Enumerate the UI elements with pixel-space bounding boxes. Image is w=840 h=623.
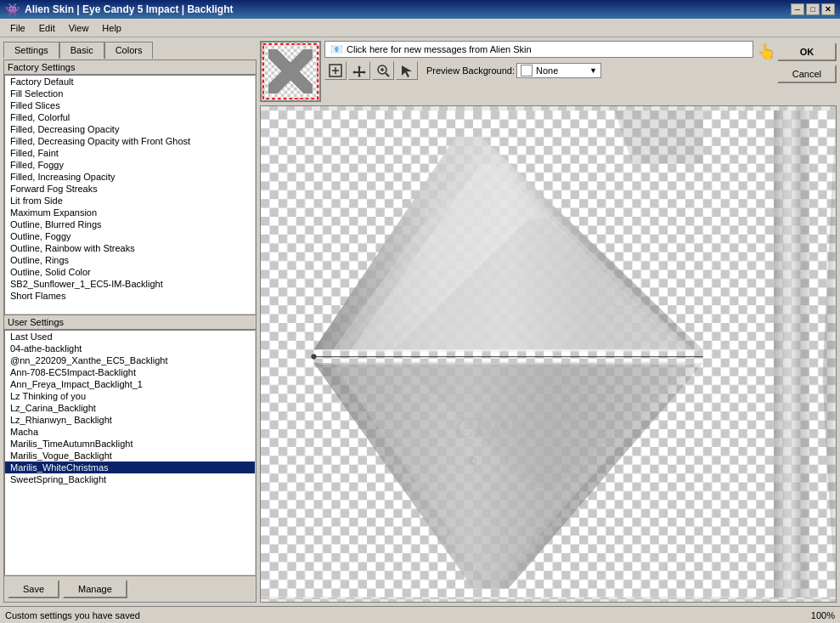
preview-bg-select[interactable]: None ▼ [516, 63, 601, 78]
factory-settings-list[interactable]: Factory Default Fill Selection Filled Sl… [4, 75, 256, 314]
zoom-level: 100% [811, 610, 835, 620]
list-item[interactable]: SB2_Sunflower_1_EC5-IM-Backlight [5, 278, 255, 290]
settings-panel: Factory Settings Factory Default Fill Se… [3, 59, 257, 603]
list-item-selected[interactable]: Marilis_WhiteChristmas 👆 [5, 462, 255, 473]
factory-settings-label: Factory Settings [8, 62, 75, 72]
left-panel: Settings Basic Colors Factory Settings F… [3, 41, 257, 603]
ok-cursor-icon: 👆 [757, 42, 775, 61]
menu-file[interactable]: File [3, 21, 32, 35]
menu-bar: File Edit View Help [0, 19, 840, 37]
list-item[interactable]: @nn_220209_Xanthe_EC5_Backlight [5, 354, 255, 366]
bottom-buttons: Save Manage [4, 575, 256, 602]
zoom-tool[interactable] [372, 61, 394, 80]
list-item[interactable]: Marilis_TimeAutumnBacklight [5, 438, 255, 450]
preview-bg-dropdown-icon[interactable]: ▼ [589, 66, 597, 75]
list-item[interactable]: Filled Slices [5, 99, 255, 111]
top-right-toolbar: 📧 Click here for new messages from Alien… [324, 41, 753, 102]
list-item[interactable]: Macha [5, 426, 255, 438]
list-item[interactable]: Outline, Blurred Rings [5, 218, 255, 230]
list-item[interactable]: Lz_Rhianwyn_ Backlight [5, 414, 255, 426]
tab-settings[interactable]: Settings [3, 42, 59, 59]
list-item[interactable]: Filled, Increasing Opacity [5, 171, 255, 183]
message-bar[interactable]: 📧 Click here for new messages from Alien… [324, 41, 753, 58]
right-top-area: 📧 Click here for new messages from Alien… [260, 41, 837, 102]
tab-basic[interactable]: Basic [59, 42, 104, 59]
svg-rect-4 [263, 44, 318, 99]
status-bar: Custom settings you have saved 100% [0, 606, 840, 623]
list-item[interactable]: Lz Thinking of you [5, 390, 255, 402]
title-text: Alien Skin | Eye Candy 5 Impact | Backli… [25, 3, 233, 15]
preview-bg-value: None [536, 65, 558, 76]
list-item[interactable]: Filled, Decreasing Opacity [5, 123, 255, 135]
cursor-hand-icon: 👆 [255, 460, 256, 476]
preview-thumbnail [260, 41, 321, 102]
user-settings-list[interactable]: Last Used 04-athe-backlight @nn_220209_X… [4, 330, 256, 575]
list-item[interactable]: Ann-708-EC5Impact-Backlight [5, 366, 255, 378]
list-item[interactable]: Marilis_Vogue_Backlight [5, 450, 255, 462]
list-item[interactable]: Factory Default [5, 76, 255, 88]
right-panel: 📧 Click here for new messages from Alien… [260, 41, 837, 603]
user-settings-section: User Settings Last Used 04-athe-backligh… [4, 315, 256, 602]
list-item[interactable]: Short Flames [5, 290, 255, 302]
save-button[interactable]: Save [8, 580, 59, 598]
user-settings-label: User Settings [8, 317, 64, 327]
list-item[interactable]: Filled, Decreasing Opacity with Front Gh… [5, 135, 255, 147]
menu-edit[interactable]: Edit [32, 21, 62, 35]
list-item[interactable]: Lz_Carina_Backlight [5, 402, 255, 414]
list-item[interactable]: Forward Fog Streaks [5, 183, 255, 195]
arrow-tool[interactable] [396, 61, 418, 80]
menu-help[interactable]: Help [95, 21, 128, 35]
svg-line-11 [386, 73, 389, 76]
list-item[interactable]: Outline, Foggy [5, 230, 255, 242]
toolbar-icons: Preview Background: None ▼ [324, 61, 753, 80]
svg-line-6 [269, 50, 311, 92]
list-item[interactable]: SweetSpring_Backlight [5, 473, 255, 485]
title-bar: 👾 Alien Skin | Eye Candy 5 Impact | Back… [0, 0, 840, 19]
factory-settings-header: Factory Settings [4, 60, 256, 75]
message-icon: 📧 [330, 43, 343, 55]
list-item[interactable]: Outline, Solid Color [5, 266, 255, 278]
ok-button[interactable]: OK [777, 42, 837, 61]
preview-bg-color-swatch [521, 65, 533, 76]
list-item[interactable]: Filled, Faint [5, 147, 255, 159]
zoom-fit-tool[interactable] [324, 61, 347, 80]
preview-area: CLAUDIA © [260, 105, 837, 603]
tab-colors[interactable]: Colors [104, 42, 154, 59]
list-item[interactable]: Fill Selection [5, 88, 255, 99]
tab-bar: Settings Basic Colors [3, 41, 257, 58]
svg-point-31 [311, 354, 316, 360]
status-message: Custom settings you have saved [5, 610, 140, 620]
thumbnail-svg [262, 41, 319, 102]
minimize-button[interactable]: ─ [791, 3, 804, 15]
maximize-button[interactable]: □ [806, 3, 820, 15]
pan-tool[interactable] [348, 61, 370, 80]
app-icon: 👾 [5, 3, 20, 16]
svg-line-5 [269, 50, 311, 92]
list-item[interactable]: Maximum Expansion [5, 207, 255, 218]
close-button[interactable]: ✕ [821, 3, 835, 15]
list-item[interactable]: Ann_Freya_Impact_Backlight_1 [5, 378, 255, 390]
list-item[interactable]: Lit from Side [5, 195, 255, 207]
preview-bg-label: Preview Background: [426, 65, 515, 76]
manage-button[interactable]: Manage [63, 580, 127, 598]
list-item[interactable]: Outline, Rings [5, 254, 255, 266]
list-item[interactable]: 04-athe-backlight [5, 343, 255, 354]
message-text[interactable]: Click here for new messages from Alien S… [347, 44, 532, 54]
list-item[interactable]: Outline, Rainbow with Streaks [5, 242, 255, 254]
list-item[interactable]: Last Used [5, 331, 255, 343]
cancel-button[interactable]: Cancel [777, 65, 837, 83]
menu-view[interactable]: View [62, 21, 96, 35]
factory-settings-section: Factory Settings Factory Default Fill Se… [4, 60, 256, 315]
user-settings-header: User Settings [4, 315, 256, 330]
window-controls[interactable]: ─ □ ✕ [791, 3, 835, 15]
svg-text:©: © [469, 456, 476, 467]
preview-svg: CLAUDIA © [261, 106, 836, 602]
ok-cancel-area: 👆 OK Cancel [757, 41, 837, 102]
list-item[interactable]: Filled, Foggy [5, 159, 255, 171]
svg-rect-3 [262, 42, 319, 100]
list-item[interactable]: Filled, Colorful [5, 111, 255, 123]
